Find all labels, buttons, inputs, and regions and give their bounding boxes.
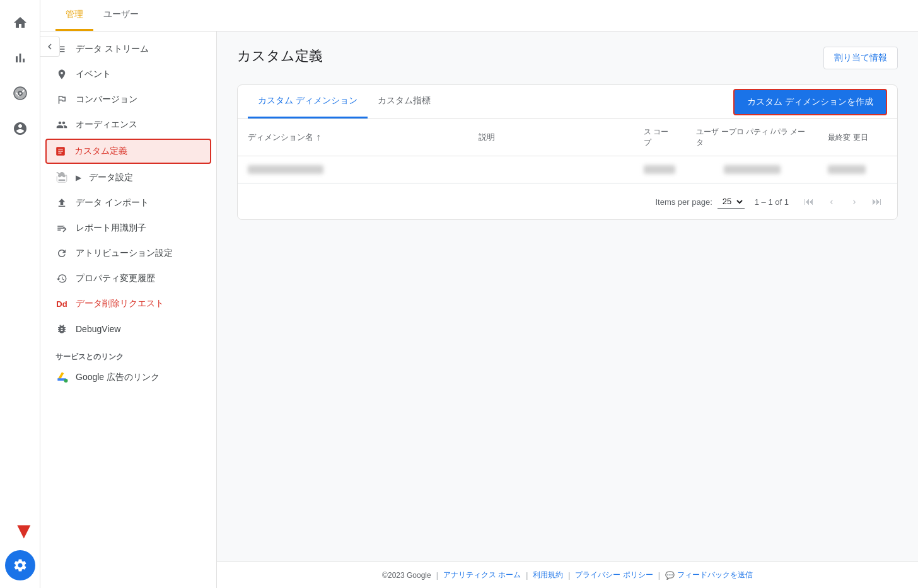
sidebar-item-data-stream[interactable]: データ ストリーム <box>40 37 216 62</box>
sidebar-item-data-delete[interactable]: Dd データ削除リクエスト <box>40 291 216 316</box>
pagination-nav: ⏮ ‹ › ⏭ <box>799 192 887 212</box>
table-row[interactable] <box>238 156 897 183</box>
sidebar-back-button[interactable] <box>40 37 60 57</box>
pagination-next-button[interactable]: › <box>844 192 864 212</box>
cell-name <box>238 156 468 183</box>
sidebar-item-label: データ インポート <box>76 197 149 209</box>
property-history-icon <box>55 272 68 285</box>
sidebar-item-report-id[interactable]: レポート用識別子 <box>40 216 216 241</box>
col-header-scope: ス コー プ <box>634 119 687 156</box>
report-id-icon <box>55 222 68 234</box>
sidebar-item-label: コンバージョン <box>76 94 137 105</box>
tab-custom-metrics[interactable]: カスタム指標 <box>368 85 441 118</box>
allocation-info-button[interactable]: 割り当て情報 <box>823 47 898 69</box>
left-navigation: ▼ <box>0 0 40 588</box>
data-delete-icon: Dd <box>55 297 68 310</box>
data-settings-icon <box>55 171 68 184</box>
table-tab-bar: カスタム ディメンション カスタム指標 カスタム ディメンションを作成 <box>238 85 897 119</box>
cell-user-prop <box>686 156 818 183</box>
feedback-icon: 💬 <box>665 571 675 580</box>
sidebar-item-data-settings[interactable]: ▶ データ設定 <box>40 165 216 190</box>
tab-admin[interactable]: 管理 <box>55 0 93 31</box>
settings-gear-button[interactable] <box>5 550 35 580</box>
arrow-down-indicator: ▼ <box>13 517 35 544</box>
debugview-icon <box>55 323 68 335</box>
sidebar-item-debugview[interactable]: DebugView <box>40 316 216 342</box>
sidebar-item-label: DebugView <box>76 324 120 334</box>
table-tabs-left: カスタム ディメンション カスタム指標 <box>248 85 441 118</box>
top-tab-bar: 管理 ユーザー <box>40 0 918 32</box>
sidebar: データ ストリーム イベント コンバージョン <box>40 32 217 588</box>
sidebar-item-data-import[interactable]: データ インポート <box>40 190 216 216</box>
dimensions-table: ディメンション名 ↑ 説明 ス コー プ ユーザ ープロ パティ /パラ メータ… <box>238 119 897 183</box>
sidebar-item-label: プロパティ変更履歴 <box>76 273 155 284</box>
sidebar-item-label: カスタム定義 <box>74 146 127 157</box>
sidebar-item-label: データ削除リクエスト <box>76 298 164 309</box>
cell-last-mod <box>818 156 897 183</box>
cell-scope <box>634 156 687 183</box>
create-custom-dimension-button[interactable]: カスタム ディメンションを作成 <box>733 89 887 115</box>
pagination: Items per page: 25 10 50 1 – 1 of 1 ⏮ <box>238 183 897 219</box>
pagination-prev-button[interactable]: ‹ <box>822 192 842 212</box>
sidebar-item-label: データ設定 <box>89 172 133 183</box>
footer-link-terms[interactable]: 利用規約 <box>533 570 563 580</box>
svg-point-1 <box>64 379 68 383</box>
service-section-title: サービスとのリンク <box>40 342 216 365</box>
sort-icon[interactable]: ↑ <box>316 132 321 143</box>
sidebar-item-label: オーディエンス <box>76 119 137 130</box>
table-header-row: ディメンション名 ↑ 説明 ス コー プ ユーザ ープロ パティ /パラ メータ… <box>238 119 897 156</box>
copyright: ©2023 Google <box>382 571 431 580</box>
items-per-page-label: Items per page: <box>655 197 712 207</box>
page-header: カスタム定義 割り当て情報 <box>237 47 898 69</box>
footer-link-privacy[interactable]: プライバシー ポリシー <box>575 570 653 580</box>
sidebar-item-custom-def[interactable]: カスタム定義 <box>45 139 211 164</box>
attribution-icon <box>55 247 68 260</box>
col-header-last-mod: 最終変 更日 <box>818 119 897 156</box>
sidebar-item-label: イベント <box>76 69 111 80</box>
sidebar-item-events[interactable]: イベント <box>40 62 216 87</box>
sidebar-item-property-history[interactable]: プロパティ変更履歴 <box>40 266 216 291</box>
items-per-page-select[interactable]: 25 10 50 <box>718 195 745 209</box>
pagination-last-button[interactable]: ⏭ <box>867 192 887 212</box>
footer-link-feedback[interactable]: フィードバックを送信 <box>677 570 753 580</box>
col-header-desc: 説明 <box>468 119 634 156</box>
data-import-icon <box>55 197 68 209</box>
explore-icon[interactable] <box>5 78 35 108</box>
home-icon[interactable] <box>5 8 35 38</box>
footer: ©2023 Google | アナリティクス ホーム | 利用規約 | プライバ… <box>217 562 918 588</box>
sidebar-item-audiences[interactable]: オーディエンス <box>40 112 216 137</box>
pagination-first-button[interactable]: ⏮ <box>799 192 819 212</box>
custom-definitions-table-container: カスタム ディメンション カスタム指標 カスタム ディメンションを作成 <box>237 84 898 220</box>
advertising-icon[interactable] <box>5 113 35 144</box>
sidebar-items: データ ストリーム イベント コンバージョン <box>40 32 216 395</box>
tab-custom-dimensions[interactable]: カスタム ディメンション <box>248 85 368 118</box>
cell-desc <box>468 156 634 183</box>
events-icon <box>55 68 68 81</box>
page-title: カスタム定義 <box>237 47 323 66</box>
items-per-page: Items per page: 25 10 50 <box>655 195 744 209</box>
audiences-icon <box>55 118 68 131</box>
tab-users[interactable]: ユーザー <box>93 0 149 31</box>
custom-def-icon <box>54 145 67 158</box>
sidebar-item-label: Google 広告のリンク <box>76 372 160 383</box>
col-header-name: ディメンション名 ↑ <box>238 119 468 156</box>
sidebar-item-label: データ ストリーム <box>76 43 149 55</box>
sidebar-item-google-ads[interactable]: Google 広告のリンク <box>40 365 216 390</box>
reports-icon[interactable] <box>5 43 35 73</box>
main-content: カスタム定義 割り当て情報 カスタム ディメンション カスタム指標 カスタム デ… <box>217 32 918 562</box>
pagination-count: 1 – 1 of 1 <box>755 197 789 207</box>
col-header-user-prop: ユーザ ープロ パティ /パラ メータ <box>686 119 818 156</box>
sidebar-item-label: レポート用識別子 <box>76 222 146 234</box>
sidebar-item-label: アトリビューション設定 <box>76 248 173 259</box>
conversions-icon <box>55 93 68 106</box>
footer-link-analytics-home[interactable]: アナリティクス ホーム <box>443 570 521 580</box>
google-ads-icon <box>55 371 68 384</box>
sidebar-item-attribution[interactable]: アトリビューション設定 <box>40 241 216 266</box>
sidebar-item-conversions[interactable]: コンバージョン <box>40 87 216 112</box>
